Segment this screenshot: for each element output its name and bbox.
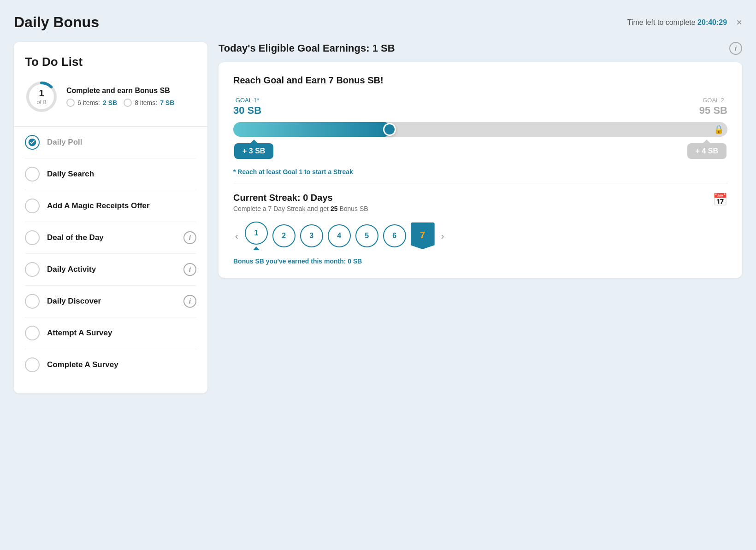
check-empty-icon — [25, 357, 40, 372]
streak-days: ‹ 1 2 3 4 5 6 7 › — [233, 222, 727, 250]
day1-wrapper: 1 — [245, 222, 268, 250]
check-completed-icon — [25, 135, 40, 150]
info-icon[interactable]: i — [183, 263, 196, 276]
current-day-indicator — [253, 246, 260, 250]
main-layout: To Do List 1 of 8 Complete and earn Bonu… — [14, 42, 742, 393]
monthly-bonus: Bonus SB you've earned this month: 0 SB — [233, 257, 727, 265]
todo-title: To Do List — [25, 55, 196, 69]
next-arrow[interactable]: › — [439, 229, 446, 243]
todo-panel: To Do List 1 of 8 Complete and earn Bonu… — [14, 42, 207, 393]
goal-progress-bar: 🔒 — [233, 122, 727, 137]
page-header: Daily Bonus Time left to complete 20:40:… — [14, 14, 742, 31]
check-empty-icon — [25, 294, 40, 309]
list-item[interactable]: Deal of the Day i — [25, 222, 196, 254]
close-icon[interactable]: × — [736, 18, 742, 28]
calendar-icon: 📅 — [713, 193, 727, 207]
bonus2-wrapper: + 4 SB — [687, 143, 726, 159]
todo-item-label: Attempt A Survey — [47, 328, 196, 338]
progress-options: 6 items: 2 SB 8 items: 7 SB — [66, 99, 174, 107]
progress-info: Complete and earn Bonus SB 6 items: 2 SB… — [66, 87, 174, 107]
right-header: Today's Eligible Goal Earnings: 1 SB i — [219, 42, 742, 55]
day-circle-6[interactable]: 6 — [383, 224, 406, 247]
todo-item-label: Daily Discover — [47, 297, 176, 306]
todo-item-label: Add A Magic Receipts Offer — [47, 201, 196, 211]
list-item[interactable]: Daily Search — [25, 158, 196, 190]
day-circle-3[interactable]: 3 — [300, 224, 323, 247]
day-circle-2[interactable]: 2 — [272, 224, 295, 247]
streak-subtitle: Complete a 7 Day Streak and get 25 Bonus… — [233, 205, 368, 212]
progress-dot — [383, 123, 396, 136]
list-item[interactable]: Add A Magic Receipts Offer — [25, 190, 196, 222]
streak-section: Current Streak: 0 Days Complete a 7 Day … — [233, 193, 727, 212]
bookmark-number: 7 — [420, 230, 425, 240]
todo-item-label: Daily Search — [47, 170, 196, 179]
progress-section: 1 of 8 Complete and earn Bonus SB 6 item… — [25, 80, 196, 113]
list-item[interactable]: Daily Activity i — [25, 254, 196, 286]
check-empty-icon — [25, 230, 40, 245]
goal2-tag: GOAL 2 — [699, 97, 727, 104]
time-left-label: Time left to complete 20:40:29 — [627, 18, 727, 27]
todo-item-label: Deal of the Day — [47, 233, 176, 242]
progress-bar-fill — [233, 122, 391, 137]
eligible-goal-title: Today's Eligible Goal Earnings: 1 SB — [219, 42, 395, 54]
todo-item-label: Daily Activity — [47, 265, 176, 274]
check-empty-icon — [25, 199, 40, 213]
list-item[interactable]: Daily Discover i — [25, 286, 196, 317]
lock-icon: 🔒 — [714, 124, 724, 135]
goal1-amount: 30 SB — [233, 105, 261, 117]
list-item[interactable]: Complete A Survey — [25, 349, 196, 380]
info-icon-goals[interactable]: i — [729, 42, 742, 55]
right-panel: Today's Eligible Goal Earnings: 1 SB i R… — [219, 42, 742, 278]
streak-note: * Reach at least Goal 1 to start a Strea… — [233, 168, 727, 176]
progress-description: Complete and earn Bonus SB — [66, 87, 174, 95]
streak-info: Current Streak: 0 Days Complete a 7 Day … — [233, 193, 368, 212]
option-8-items: 8 items: 7 SB — [124, 99, 174, 107]
goal2-amount: 95 SB — [699, 105, 727, 117]
streak-title: Current Streak: 0 Days — [233, 193, 368, 203]
goals-row: GOAL 1* 30 SB GOAL 2 95 SB — [233, 97, 727, 117]
list-item[interactable]: Daily Poll — [25, 127, 196, 158]
circle-text: 1 of 8 — [36, 88, 47, 106]
page-title: Daily Bonus — [14, 14, 99, 31]
todo-item-label: Daily Poll — [47, 138, 196, 147]
progress-circle: 1 of 8 — [25, 80, 58, 113]
progress-total: of 8 — [36, 99, 47, 106]
todo-list: Daily Poll Daily Search Add A Magic Rece… — [25, 127, 196, 380]
bonus1-wrapper: + 3 SB — [234, 143, 273, 159]
check-empty-icon — [25, 262, 40, 277]
todo-item-label: Complete A Survey — [47, 360, 196, 369]
info-icon[interactable]: i — [183, 295, 196, 308]
day7-bookmark[interactable]: 7 — [411, 222, 435, 249]
option-6-items: 6 items: 2 SB — [66, 99, 117, 107]
day-circle-4[interactable]: 4 — [328, 224, 351, 247]
progress-current: 1 — [36, 88, 47, 99]
info-icon[interactable]: i — [183, 231, 196, 244]
goal2-label: GOAL 2 95 SB — [699, 97, 727, 117]
option1-sb: 2 SB — [103, 99, 117, 106]
check-empty-icon — [25, 167, 40, 181]
separator — [233, 183, 727, 183]
bonus1-badge: + 3 SB — [234, 143, 273, 159]
goal1-tag: GOAL 1* — [233, 97, 261, 104]
header-right: Time left to complete 20:40:29 × — [627, 18, 742, 28]
day-circle-5[interactable]: 5 — [355, 224, 378, 247]
goal1-label: GOAL 1* 30 SB — [233, 97, 261, 117]
bookmark-shape: 7 — [411, 222, 435, 249]
list-item[interactable]: Attempt A Survey — [25, 317, 196, 349]
radio-icon-2 — [124, 99, 132, 107]
option2-sb: 7 SB — [160, 99, 174, 106]
day-circle-1[interactable]: 1 — [245, 222, 268, 245]
prev-arrow[interactable]: ‹ — [233, 229, 240, 243]
time-value: 20:40:29 — [697, 18, 727, 26]
progress-bar-bg: 🔒 — [233, 122, 727, 137]
goal-card: Reach Goal and Earn 7 Bonus SB! GOAL 1* … — [219, 62, 742, 278]
radio-icon — [66, 99, 75, 107]
bonus2-badge: + 4 SB — [687, 143, 726, 159]
check-empty-icon — [25, 326, 40, 340]
bonus-badges: + 3 SB + 4 SB — [233, 143, 727, 159]
goal-card-title: Reach Goal and Earn 7 Bonus SB! — [233, 75, 727, 86]
